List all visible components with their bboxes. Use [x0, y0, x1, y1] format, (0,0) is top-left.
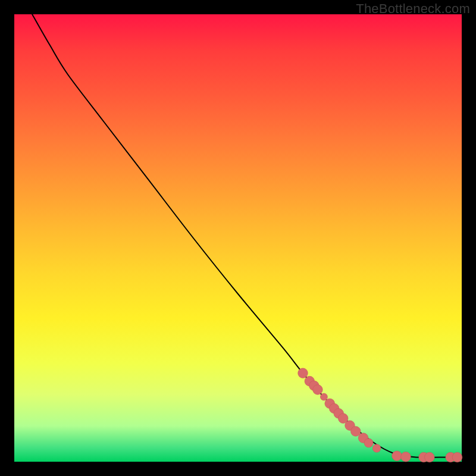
- data-marker: [364, 439, 373, 447]
- data-marker: [313, 385, 323, 395]
- chart-overlay: [14, 14, 462, 462]
- data-marker: [320, 393, 327, 400]
- data-markers-group: [298, 368, 462, 462]
- data-marker: [372, 444, 381, 453]
- bottleneck-curve: [32, 14, 457, 458]
- data-marker: [425, 452, 435, 462]
- data-marker: [392, 451, 402, 461]
- data-marker: [351, 427, 361, 437]
- data-marker: [298, 368, 308, 378]
- data-marker: [452, 452, 462, 462]
- data-marker: [401, 452, 411, 462]
